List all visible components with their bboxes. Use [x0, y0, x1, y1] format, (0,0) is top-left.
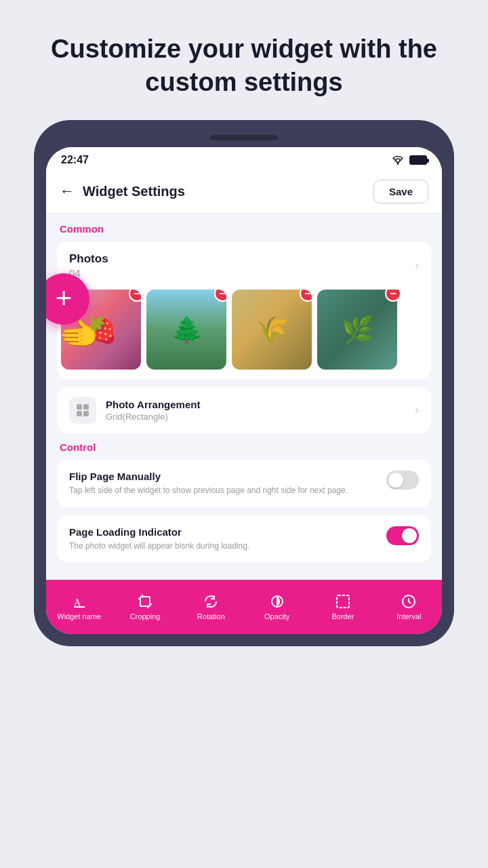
common-section-label: Common	[57, 223, 431, 235]
phone-notch-bar	[46, 135, 442, 140]
photo-thumb-3[interactable]: −	[232, 290, 312, 370]
arrangement-info: Photo Arrangement Grid(Rectangle)	[106, 399, 415, 422]
photo-thumb-4[interactable]: −	[317, 290, 397, 370]
tab-opacity[interactable]: Opacity	[244, 580, 310, 634]
tab-border-label: Border	[331, 612, 354, 620]
tab-cropping-label: Cropping	[130, 612, 161, 620]
svg-rect-13	[337, 595, 349, 608]
arrangement-chevron: ›	[415, 403, 419, 417]
svg-rect-4	[83, 411, 89, 416]
page-title: Customize your widget with the custom se…	[41, 33, 447, 100]
arrangement-sub: Grid(Rectangle)	[106, 412, 415, 422]
photo-thumb-2[interactable]: −	[146, 290, 226, 370]
tab-bar: A Widget name Cropping	[46, 580, 442, 634]
page-background: Customize your widget with the custom se…	[0, 0, 488, 868]
photos-row[interactable]: Photos 04 ›	[57, 241, 431, 290]
page-loading-toggle[interactable]	[386, 526, 419, 545]
remove-badge-1[interactable]: −	[129, 290, 141, 302]
remove-badge-2[interactable]: −	[214, 290, 226, 302]
svg-point-0	[397, 163, 399, 165]
arrangement-card: Photo Arrangement Grid(Rectangle) ›	[57, 387, 431, 433]
svg-text:A: A	[74, 597, 81, 608]
status-time: 22:47	[61, 154, 89, 166]
cropping-icon	[137, 593, 153, 610]
arrangement-row[interactable]: Photo Arrangement Grid(Rectangle) ›	[57, 387, 431, 433]
battery-icon	[409, 155, 427, 165]
tab-rotation-label: Rotation	[197, 612, 225, 620]
tab-interval-label: Interval	[396, 612, 421, 620]
add-icon: +	[56, 284, 73, 313]
page-loading-info: Page Loading Indicator The photo widget …	[69, 526, 377, 552]
status-bar: 22:47	[46, 147, 442, 170]
arrangement-icon	[69, 397, 96, 424]
photos-count: 04	[69, 267, 415, 279]
svg-rect-1	[77, 404, 82, 410]
flip-page-row: Flip Page Manually Tap left side of the …	[57, 460, 431, 507]
remove-badge-4[interactable]: −	[385, 290, 401, 302]
photo-strip: − − − −	[57, 290, 431, 379]
flip-page-card: Flip Page Manually Tap left side of the …	[57, 460, 431, 507]
control-section-label: Control	[57, 441, 431, 453]
photos-chevron: ›	[415, 258, 419, 273]
widget-name-icon: A	[71, 593, 87, 610]
flip-page-header: Flip Page Manually Tap left side of the …	[69, 471, 419, 496]
grid-icon	[75, 403, 90, 418]
flip-page-toggle[interactable]	[386, 471, 419, 490]
back-button[interactable]: ←	[60, 182, 75, 200]
photos-info: Photos 04	[69, 252, 415, 279]
remove-badge-3[interactable]: −	[300, 290, 312, 302]
page-loading-title: Page Loading Indicator	[69, 526, 377, 538]
tab-opacity-label: Opacity	[264, 612, 289, 620]
page-loading-desc: The photo widget will appear blsnk durin…	[69, 540, 377, 552]
phone-screen: 22:47 ← Widget Settings Save +	[46, 147, 442, 635]
tab-interval[interactable]: Interval	[376, 580, 442, 634]
status-icons	[392, 155, 427, 165]
flip-page-info: Flip Page Manually Tap left side of the …	[69, 471, 377, 496]
page-loading-row: Page Loading Indicator The photo widget …	[57, 515, 431, 563]
rotation-icon	[203, 593, 219, 610]
page-loading-header: Page Loading Indicator The photo widget …	[69, 526, 419, 552]
photos-card: Photos 04 › − − −	[57, 241, 431, 379]
svg-rect-7	[140, 597, 150, 606]
opacity-icon	[269, 593, 285, 610]
photos-title: Photos	[69, 252, 415, 266]
flip-page-title: Flip Page Manually	[69, 471, 377, 482]
wifi-icon	[392, 155, 404, 165]
app-title: Widget Settings	[83, 184, 373, 199]
page-loading-card: Page Loading Indicator The photo widget …	[57, 515, 431, 563]
tab-cropping[interactable]: Cropping	[112, 580, 178, 634]
svg-rect-2	[83, 404, 89, 410]
tab-rotation[interactable]: Rotation	[178, 580, 244, 634]
tab-widget-name-label: Widget name	[57, 612, 101, 620]
tab-widget-name[interactable]: A Widget name	[46, 580, 112, 634]
arrangement-title: Photo Arrangement	[106, 399, 415, 410]
save-button[interactable]: Save	[373, 180, 428, 203]
hand-cursor: 🫱	[58, 315, 99, 353]
page-loading-knob	[402, 528, 417, 543]
phone-pill	[210, 135, 278, 140]
screen-content: Common Photos 04 › −	[46, 214, 442, 580]
tab-border[interactable]: Border	[310, 580, 375, 634]
svg-rect-3	[77, 411, 82, 416]
page-header: Customize your widget with the custom se…	[0, 0, 488, 120]
app-header: ← Widget Settings Save	[46, 170, 442, 214]
border-icon	[335, 593, 351, 610]
phone-frame: 22:47 ← Widget Settings Save +	[34, 120, 454, 647]
interval-icon	[401, 593, 417, 610]
flip-page-knob	[388, 473, 403, 488]
flip-page-desc: Tap left side of the widget to show prev…	[69, 485, 377, 496]
